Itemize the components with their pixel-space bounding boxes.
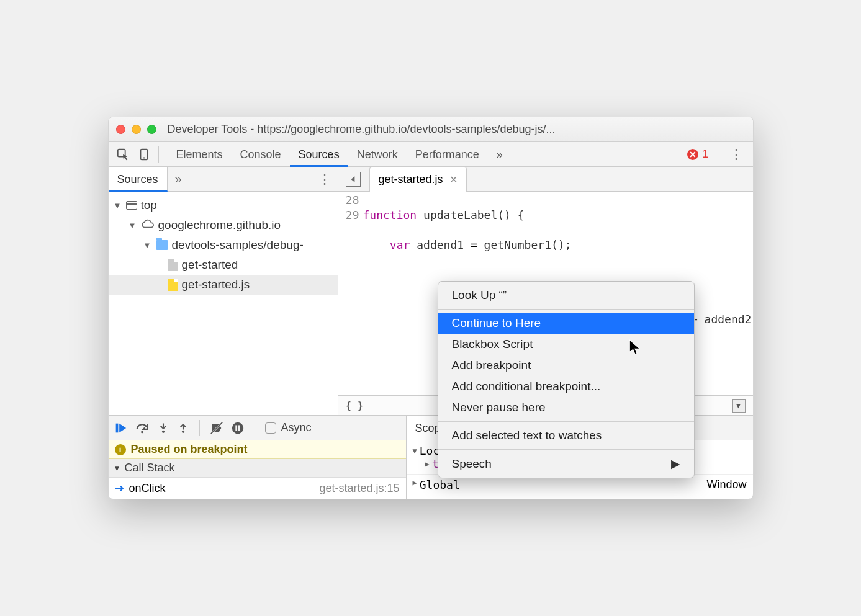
navigator-tab-overflow[interactable]: » <box>168 172 189 186</box>
chevron-right-icon: ▶ <box>425 460 430 468</box>
svg-point-9 <box>232 422 243 433</box>
tree-file-get-started[interactable]: get-started <box>109 255 338 275</box>
svg-point-5 <box>161 430 164 432</box>
debugger-toolbar: Async <box>109 416 406 440</box>
close-window-button[interactable] <box>116 125 125 134</box>
error-count: 1 <box>702 148 708 161</box>
step-over-button[interactable] <box>135 421 150 435</box>
settings-menu-icon[interactable]: ⋮ <box>723 146 749 163</box>
tab-network[interactable]: Network <box>348 142 407 167</box>
tree-label: googlechrome.github.io <box>158 218 281 232</box>
folder-icon <box>156 240 168 250</box>
ctx-add-conditional-breakpoint[interactable]: Add conditional breakpoint... <box>438 376 694 397</box>
callstack-header[interactable]: ▼ Call Stack <box>109 459 406 478</box>
svg-rect-10 <box>235 425 237 431</box>
ctx-separator <box>438 421 694 422</box>
source-tab-label: get-started.js <box>379 173 443 186</box>
ctx-separator <box>438 309 694 310</box>
ctx-blackbox-script[interactable]: Blackbox Script <box>438 334 694 355</box>
line-gutter: 28 29 <box>338 192 363 395</box>
deactivate-breakpoints-button[interactable] <box>210 421 223 435</box>
inspect-element-icon[interactable] <box>112 144 133 165</box>
navigator-sidebar: Sources » ⋮ ▼ top ▼ googlechrome.github.… <box>109 167 338 415</box>
chevron-down-icon: ▼ <box>114 201 122 210</box>
step-into-button[interactable] <box>157 421 169 435</box>
scope-global-label: Global <box>420 478 460 491</box>
frame-function: onClick <box>129 482 166 495</box>
file-tree: ▼ top ▼ googlechrome.github.io ▼ devtool… <box>109 192 338 298</box>
tab-overflow[interactable]: » <box>488 142 512 167</box>
line-number: 29 <box>338 208 363 223</box>
paused-banner: i Paused on breakpoint <box>109 440 406 459</box>
tree-node-origin[interactable]: ▼ googlechrome.github.io <box>109 215 338 235</box>
tree-label: get-started.js <box>182 278 250 292</box>
ctx-continue-to-here[interactable]: Continue to Here <box>438 313 694 334</box>
tree-node-top[interactable]: ▼ top <box>109 195 338 215</box>
async-label: Async <box>281 421 312 434</box>
svg-rect-11 <box>238 425 240 431</box>
current-frame-icon: ➔ <box>115 481 124 495</box>
ctx-speech[interactable]: Speech▶ <box>438 453 694 475</box>
checkbox-icon <box>265 422 276 434</box>
chevron-down-icon: ▼ <box>143 241 152 250</box>
chevron-down-icon: ▼ <box>114 464 121 473</box>
tab-console[interactable]: Console <box>232 142 290 167</box>
debugger-left: Async i Paused on breakpoint ▼ Call Stac… <box>109 416 407 499</box>
ctx-never-pause-here[interactable]: Never pause here <box>438 397 694 418</box>
tree-label: get-started <box>182 258 238 272</box>
navigator-tabs: Sources » ⋮ <box>109 167 338 192</box>
window-titlebar: Developer Tools - https://googlechrome.g… <box>109 117 753 142</box>
step-out-button[interactable] <box>177 421 189 435</box>
ctx-add-to-watches[interactable]: Add selected text to watches <box>438 425 694 446</box>
svg-point-4 <box>141 431 143 433</box>
chevron-right-icon: ▶ <box>413 478 417 491</box>
show-navigator-icon[interactable] <box>346 172 361 187</box>
main-tabs: Elements Console Sources Network Perform… <box>168 142 512 167</box>
navigator-tab-sources[interactable]: Sources <box>109 167 168 192</box>
devtools-window: Developer Tools - https://googlechrome.g… <box>108 117 754 499</box>
tree-label: top <box>141 199 157 212</box>
callstack-title: Call Stack <box>124 462 174 475</box>
frame-icon <box>126 201 137 210</box>
device-mode-icon[interactable] <box>133 144 155 165</box>
expand-editor-button[interactable]: ▼ <box>732 399 746 413</box>
chevron-down-icon: ▼ <box>413 447 417 455</box>
resume-button[interactable] <box>114 421 127 435</box>
frame-location: get-started.js:15 <box>319 482 399 495</box>
chevron-down-icon: ▼ <box>128 221 137 230</box>
source-tab-get-started-js[interactable]: get-started.js ✕ <box>369 167 467 192</box>
tab-sources[interactable]: Sources <box>290 142 348 167</box>
pause-on-exceptions-button[interactable] <box>231 421 245 435</box>
context-menu: Look Up “” Continue to Here Blackbox Scr… <box>438 281 695 478</box>
window-title: Developer Tools - https://googlechrome.g… <box>168 123 556 136</box>
ctx-separator <box>438 449 694 450</box>
navigator-menu-icon[interactable]: ⋮ <box>312 171 338 187</box>
ctx-lookup[interactable]: Look Up “” <box>438 285 694 306</box>
tree-file-get-started-js[interactable]: get-started.js <box>109 275 338 295</box>
pretty-print-icon[interactable]: { } <box>346 400 364 411</box>
submenu-arrow-icon: ▶ <box>671 457 680 471</box>
devtools-tabstrip: Elements Console Sources Network Perform… <box>109 142 753 167</box>
minimize-window-button[interactable] <box>132 125 141 134</box>
file-icon <box>168 259 178 271</box>
maximize-window-button[interactable] <box>147 125 156 134</box>
tab-elements[interactable]: Elements <box>168 142 232 167</box>
tree-node-folder[interactable]: ▼ devtools-samples/debug- <box>109 235 338 255</box>
paused-text: Paused on breakpoint <box>131 443 248 456</box>
info-icon: i <box>115 444 126 455</box>
svg-rect-3 <box>115 423 118 432</box>
tree-label: devtools-samples/debug- <box>172 238 304 252</box>
cloud-icon <box>141 218 155 232</box>
js-file-icon <box>168 279 178 291</box>
close-tab-icon[interactable]: ✕ <box>449 174 458 185</box>
scope-global-value: Window <box>706 478 746 491</box>
traffic-lights <box>116 125 156 134</box>
tab-performance[interactable]: Performance <box>407 142 488 167</box>
line-number: 28 <box>338 193 363 208</box>
ctx-add-breakpoint[interactable]: Add breakpoint <box>438 355 694 376</box>
svg-point-6 <box>181 430 184 432</box>
error-icon: ✕ <box>687 149 698 160</box>
error-badge[interactable]: ✕ 1 <box>687 148 708 161</box>
callstack-frame[interactable]: ➔ onClick get-started.js:15 <box>109 478 406 499</box>
async-checkbox[interactable]: Async <box>265 421 312 434</box>
